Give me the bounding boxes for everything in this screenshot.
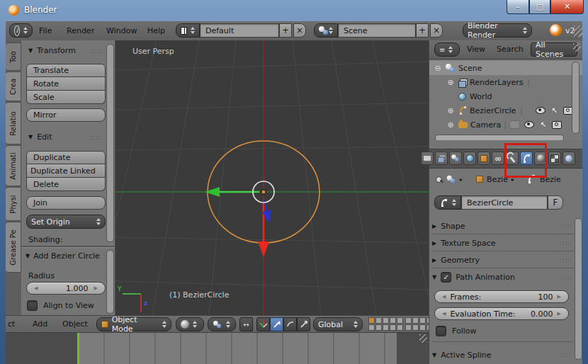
section-active-spline[interactable]: ▼ Active Spline :::: [432, 347, 574, 363]
timeline-playhead[interactable] [77, 333, 79, 364]
expand-toggle-icon[interactable]: ⊕ [446, 120, 456, 130]
outliner-vscrollbar[interactable] [572, 62, 579, 134]
outliner-row-renderlayers[interactable]: ⊕ RenderLayers | [429, 75, 582, 89]
add-layout-button[interactable]: + [279, 23, 292, 38]
layer-grid-1[interactable] [368, 317, 403, 331]
renderability-camera-icon[interactable] [552, 121, 562, 129]
mirror-button[interactable]: Mirror [26, 108, 106, 122]
editor-type-outliner-button[interactable]: ≡ [434, 42, 460, 57]
scale-button[interactable]: Scale [26, 91, 106, 104]
delete-scene-button[interactable]: × [430, 23, 443, 38]
section-texture-space[interactable]: ▶ Texture Space :::: [432, 235, 574, 251]
transform-orientation-select[interactable]: Global [313, 317, 363, 331]
visibility-eye-icon[interactable] [536, 107, 545, 114]
section-geometry[interactable]: ▶ Geometry :::: [432, 252, 574, 268]
timeline-resize-grip[interactable] [419, 334, 427, 343]
scene-name-field[interactable]: Scene [338, 23, 416, 38]
toolshelf-tab-physics[interactable]: Physi [6, 187, 21, 221]
tab-world[interactable] [463, 152, 476, 165]
toolshelf-tab-create[interactable]: Crea [6, 72, 21, 101]
expand-toggle-icon[interactable]: ⊕ [446, 106, 456, 115]
tab-render[interactable] [421, 152, 434, 165]
duplicate-linked-button[interactable]: Duplicate Linked [26, 164, 106, 178]
increment-icon[interactable]: ▶ [94, 286, 98, 291]
manipulator-y-arrowhead-icon[interactable] [205, 187, 220, 197]
viewport-3d[interactable]: Y z User Persp (1) BezierCircle [115, 40, 429, 315]
operator-panel-scrollbar[interactable] [106, 250, 114, 314]
outliner-row-world[interactable]: World [429, 89, 582, 103]
evaluation-time-field[interactable]: ◀ Evaluation Time: 0.000 ▶ [434, 307, 569, 320]
menu-view[interactable]: View [467, 45, 485, 54]
close-button[interactable]: ✕ [550, 0, 584, 14]
properties-scrollbar[interactable] [575, 218, 582, 360]
toolshelf-tab-animation[interactable]: Animati [6, 145, 21, 186]
timeline-editor[interactable] [6, 333, 429, 364]
tab-object[interactable] [477, 152, 490, 165]
outliner-row-beziercircle[interactable]: ⊕ BezierCircle | ↖ [429, 103, 582, 118]
selectability-cursor-icon[interactable]: ↖ [540, 120, 546, 130]
pivot-align-toggle[interactable]: ↔ [239, 317, 253, 331]
expand-toggle-icon[interactable]: ⊕ [446, 78, 456, 87]
pin-icon[interactable] [435, 176, 443, 183]
tab-texture[interactable] [548, 152, 561, 165]
outliner-hscrollbar[interactable] [435, 135, 564, 140]
header-resize-grip[interactable] [574, 25, 582, 37]
menu-help[interactable]: Help [147, 26, 165, 35]
transform-panel-header[interactable]: ▼ Transform :::: [28, 46, 103, 55]
rotate-button[interactable]: Rotate [26, 77, 106, 91]
manipulator-axes-button[interactable] [256, 317, 270, 331]
manipulator-scale-button[interactable] [297, 317, 310, 331]
screen-layout-field[interactable]: Default [200, 23, 279, 38]
screen-layout-icon-button[interactable] [176, 23, 200, 38]
menu-window[interactable]: Window [106, 26, 137, 35]
outliner-filter-select[interactable]: All Scenes [531, 42, 577, 57]
add-scene-button[interactable]: + [416, 23, 429, 38]
toolshelf-tab-relations[interactable]: Relatio [6, 102, 21, 144]
decrement-icon[interactable]: ◀ [34, 286, 38, 291]
tab-render-layers[interactable] [435, 152, 448, 165]
manipulator-translate-button[interactable] [270, 317, 283, 331]
pivot-point-select[interactable] [208, 317, 236, 331]
tab-physics[interactable] [562, 152, 575, 165]
add-bezier-circle-panel-header[interactable]: ▼ Add Bezier Circle :::: [26, 251, 115, 261]
toolshelf-tab-grease-pencil[interactable]: Grease Pe [6, 222, 21, 273]
tab-scene[interactable] [449, 152, 462, 165]
delete-layout-button[interactable]: × [293, 23, 306, 38]
tab-constraints[interactable]: ∞ [492, 152, 504, 165]
menu-object[interactable]: Object [62, 319, 88, 329]
scene-browse-icon-button[interactable] [314, 23, 338, 38]
delete-button[interactable]: Delete [26, 178, 106, 191]
radius-field[interactable]: ◀ 1.000 ▶ [26, 282, 106, 295]
minimize-button[interactable]: – [507, 0, 529, 14]
outliner-row-scene[interactable]: ⊖ Scene [429, 61, 582, 75]
menu-render[interactable]: Render [67, 26, 94, 35]
align-to-view-checkbox[interactable] [27, 300, 38, 311]
viewport-shading-select[interactable] [176, 317, 204, 331]
menu-search[interactable]: Search [497, 45, 524, 54]
outliner-resize-grip[interactable] [573, 43, 581, 52]
toolshelf-scrollbar[interactable] [106, 44, 114, 242]
edit-panel-header[interactable]: ▼ Edit :::: [28, 132, 102, 142]
path-animation-checkbox[interactable]: ✓ [441, 272, 451, 283]
toolshelf-tab-tools[interactable]: Too [6, 42, 21, 71]
menu-add[interactable]: Add [33, 319, 47, 329]
visibility-eye-icon[interactable] [524, 121, 534, 128]
editor-type-info-button[interactable]: i [9, 23, 33, 38]
menu-select-cut[interactable]: ct [8, 319, 15, 329]
object-cube-icon[interactable] [476, 176, 483, 183]
duplicate-button[interactable]: Duplicate [26, 151, 106, 164]
translate-button[interactable]: Translate [26, 64, 106, 77]
curve-browse-button[interactable] [434, 195, 461, 210]
render-engine-select[interactable]: Blender Render [463, 23, 532, 38]
manipulator-rotate-button[interactable] [283, 317, 297, 331]
selectability-cursor-icon[interactable]: ↖ [551, 106, 558, 115]
menu-file[interactable]: File [39, 26, 52, 35]
follow-checkbox[interactable] [436, 326, 446, 336]
section-shape[interactable]: ▶ Shape :::: [432, 218, 574, 234]
maximize-button[interactable]: ▢ [529, 0, 550, 14]
collapse-toggle-icon[interactable]: ⊖ [433, 64, 443, 73]
timeline-frame-area[interactable] [79, 333, 397, 364]
scene-icon[interactable] [447, 175, 456, 183]
set-origin-select[interactable]: Set Origin [26, 215, 106, 229]
mode-select[interactable]: Object Mode [96, 317, 171, 331]
